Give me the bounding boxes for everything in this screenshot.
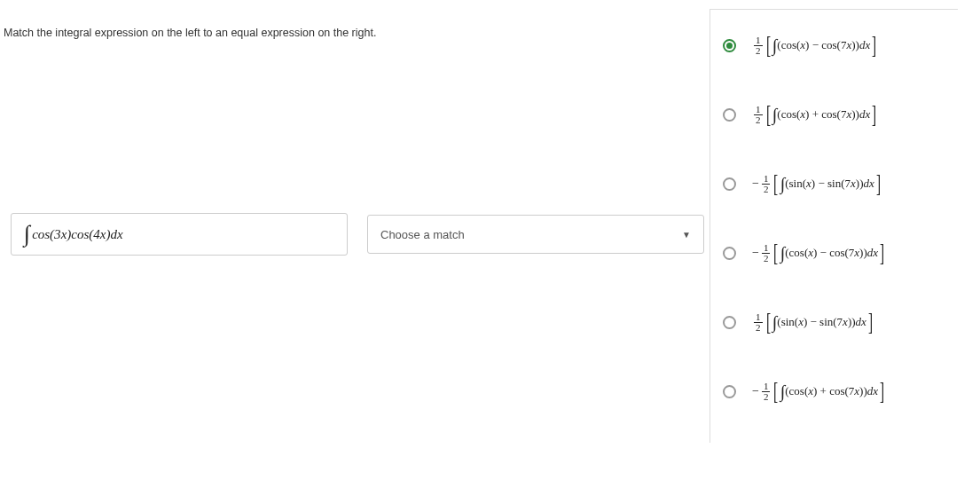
left-expression-box: ∫ cos(3x)cos(4x)dx: [11, 213, 348, 256]
match-row: ∫ cos(3x)cos(4x)dx Choose a match ▼: [11, 213, 704, 256]
option-row[interactable]: 12 [∫ (cos(x) − cos(7x))dx ]: [710, 28, 958, 63]
radio-icon[interactable]: [723, 247, 736, 260]
radio-icon[interactable]: [723, 316, 736, 329]
option-formula: 12 [∫ (cos(x) − cos(7x))dx ]: [752, 35, 878, 56]
dropdown-placeholder: Choose a match: [380, 228, 465, 241]
options-panel: 12 [∫ (cos(x) − cos(7x))dx ] 12 [∫ (cos(…: [710, 9, 958, 443]
option-row[interactable]: − 12 [∫ (cos(x) − cos(7x))dx ]: [710, 235, 958, 271]
left-expression-text: cos(3x)cos(4x)dx: [32, 227, 123, 242]
radio-icon[interactable]: [723, 108, 736, 122]
match-dropdown[interactable]: Choose a match ▼: [367, 215, 704, 254]
radio-icon[interactable]: [723, 39, 736, 52]
option-row[interactable]: 12 [∫ (cos(x) + cos(7x))dx ]: [710, 97, 958, 132]
option-row[interactable]: − 12 [∫ (sin(x) − sin(7x))dx ]: [710, 166, 958, 201]
option-formula: − 12 [∫ (sin(x) − sin(7x))dx ]: [752, 174, 882, 194]
option-row[interactable]: − 12 [∫ (cos(x) + cos(7x))dx ]: [710, 374, 958, 409]
option-row[interactable]: 12 [∫ (sin(x) − sin(7x))dx ]: [710, 304, 958, 340]
option-formula: − 12 [∫ (cos(x) + cos(7x))dx ]: [752, 382, 886, 402]
option-formula: 12 [∫ (sin(x) − sin(7x))dx ]: [752, 312, 874, 333]
radio-icon[interactable]: [723, 385, 736, 398]
integral-icon: ∫: [24, 221, 30, 248]
option-formula: 12 [∫ (cos(x) + cos(7x))dx ]: [752, 105, 878, 125]
radio-icon[interactable]: [723, 177, 736, 191]
question-prompt: Match the integral expression on the lef…: [4, 27, 376, 39]
chevron-down-icon: ▼: [682, 230, 691, 240]
option-formula: − 12 [∫ (cos(x) − cos(7x))dx ]: [752, 243, 886, 264]
